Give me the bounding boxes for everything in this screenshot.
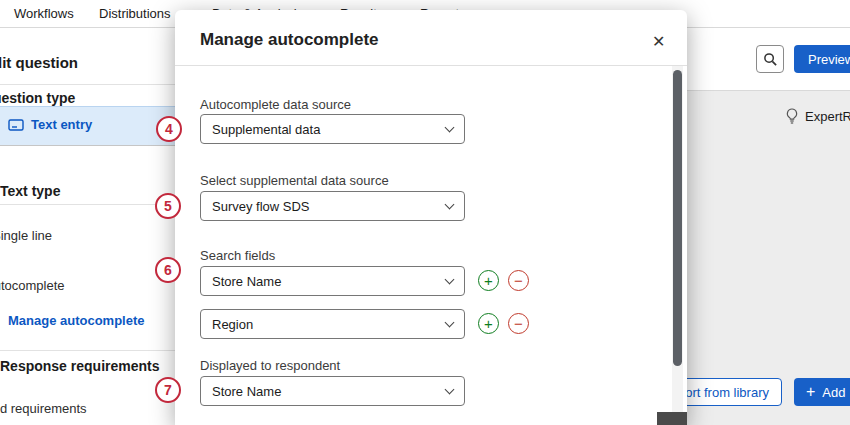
- question-editor-sidebar: Edit question Question type Text entry T…: [0, 28, 175, 425]
- search-field-dropdown-1[interactable]: Store Name: [200, 266, 465, 296]
- sidebar-item-text-entry[interactable]: Text entry: [8, 117, 92, 132]
- chevron-down-icon: [445, 385, 455, 395]
- plus-icon: +: [806, 383, 815, 401]
- annotation-step-6: 6: [155, 257, 181, 283]
- text-entry-icon: [8, 118, 24, 132]
- tab-distributions[interactable]: Distributions: [99, 6, 171, 21]
- add-button[interactable]: + Add: [794, 378, 850, 406]
- divider: [0, 350, 175, 351]
- page-title: Edit question: [0, 54, 78, 71]
- expert-review-label: ExpertReview: [805, 109, 850, 124]
- search-fields-label: Search fields: [200, 248, 275, 263]
- expert-review-toggle[interactable]: ExpertReview: [785, 108, 850, 124]
- tab-workflows[interactable]: Workflows: [14, 6, 74, 21]
- sds-label: Select supplemental data source: [200, 173, 389, 188]
- dialog-title: Manage autocomplete: [200, 30, 379, 50]
- data-source-label: Autocomplete data source: [200, 97, 351, 112]
- chevron-down-icon: [445, 318, 455, 328]
- chevron-down-icon: [445, 275, 455, 285]
- remove-search-field-button-2[interactable]: −: [508, 313, 529, 334]
- divider: [175, 65, 687, 66]
- divider: [0, 84, 175, 85]
- scrollbar-corner: [657, 412, 687, 425]
- manage-autocomplete-link[interactable]: Manage autocomplete: [8, 313, 145, 328]
- search-field-1-value: Store Name: [212, 274, 281, 289]
- displayed-value: Store Name: [212, 384, 281, 399]
- search-button[interactable]: [756, 45, 784, 73]
- annotation-step-7: 7: [155, 377, 181, 403]
- search-field-2-value: Region: [212, 317, 253, 332]
- search-icon: [763, 52, 778, 67]
- close-icon[interactable]: ✕: [648, 30, 669, 53]
- lightbulb-icon: [785, 108, 799, 124]
- question-type-heading: Question type: [0, 90, 75, 106]
- divider: [0, 204, 175, 205]
- preview-button-label: Preview: [808, 52, 850, 67]
- modal-scrollbar-track[interactable]: [672, 66, 683, 425]
- add-search-field-button-1[interactable]: +: [478, 270, 499, 291]
- chevron-down-icon: [445, 200, 455, 210]
- annotation-step-4: 4: [156, 116, 182, 142]
- displayed-dropdown[interactable]: Store Name: [200, 376, 465, 406]
- remove-search-field-button-1[interactable]: −: [508, 270, 529, 291]
- add-button-label: Add: [822, 385, 845, 400]
- text-entry-label: Text entry: [31, 117, 92, 132]
- chevron-down-icon: [445, 123, 455, 133]
- response-requirements-heading: Response requirements: [0, 358, 160, 374]
- manage-autocomplete-dialog: Manage autocomplete ✕ Autocomplete data …: [175, 10, 687, 425]
- data-source-value: Supplemental data: [212, 122, 320, 137]
- sds-value: Survey flow SDS: [212, 199, 310, 214]
- sidebar-item-autocomplete[interactable]: Autocomplete: [0, 278, 65, 293]
- preview-button[interactable]: Preview: [794, 45, 850, 73]
- annotation-step-5: 5: [155, 193, 181, 219]
- modal-scrollbar-thumb[interactable]: [673, 70, 682, 366]
- text-type-heading: Text type: [0, 183, 60, 199]
- search-field-dropdown-2[interactable]: Region: [200, 309, 465, 339]
- sidebar-item-single-line[interactable]: Single line: [0, 228, 52, 243]
- add-search-field-button-2[interactable]: +: [478, 313, 499, 334]
- data-source-dropdown[interactable]: Supplemental data: [200, 114, 465, 144]
- sidebar-item-add-requirements[interactable]: Add requirements: [0, 401, 87, 416]
- sds-dropdown[interactable]: Survey flow SDS: [200, 191, 465, 221]
- displayed-label: Displayed to respondent: [200, 358, 340, 373]
